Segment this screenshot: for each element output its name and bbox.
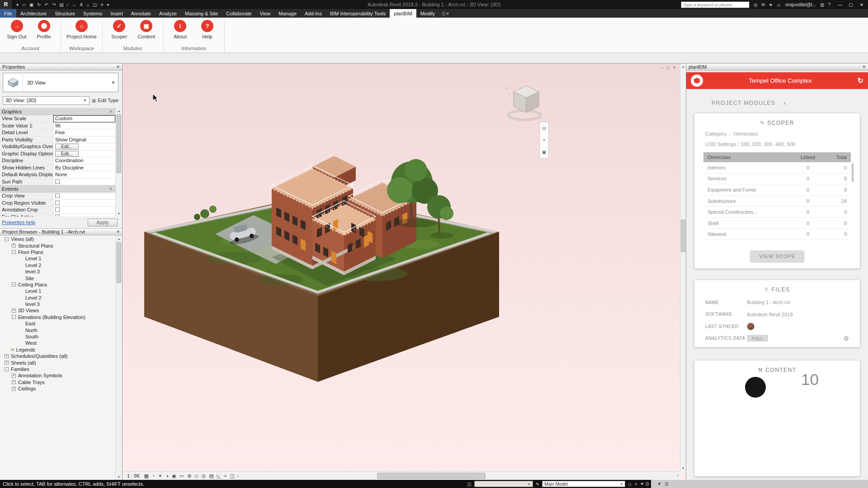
minimize-button[interactable]: — [835, 2, 845, 7]
editable-only-icon[interactable]: ✎ [535, 482, 540, 487]
table-scrollbar-thumb[interactable] [852, 163, 854, 182]
shadows-icon[interactable]: ◑ [165, 473, 169, 479]
tab-view[interactable]: View [256, 9, 275, 18]
tab-annotate[interactable]: Annotate [127, 9, 155, 18]
selection-filter-icon[interactable]: ▼ [657, 482, 661, 486]
active-workset-select[interactable]: ▼ [474, 481, 533, 487]
help-menu-icon[interactable]: ? [828, 2, 830, 7]
tree-item-site[interactable]: Site [0, 275, 115, 281]
tree-item-level-1[interactable]: Level 1 [0, 288, 115, 294]
collapse-section-icon[interactable]: ∧ [109, 187, 113, 191]
planbim-titlebar[interactable]: planBIM ✕ [686, 63, 868, 70]
tree-item-south[interactable]: South [0, 333, 115, 340]
sync-icon[interactable]: ↻ [37, 2, 41, 7]
close-button[interactable]: ✕ [856, 2, 867, 7]
navigation-bar[interactable]: ◎ + ▣ [539, 122, 549, 159]
property-value-graphic-display-options[interactable]: Edit... [53, 150, 115, 158]
drawing-area[interactable]: —▢✕ ⌂ ◎ + ▣ ▲ ▼ 1 : 96 ▦◔☀◑◉▭⊕◇◎▤◺≈◫ ‹ › [123, 63, 686, 480]
scroll-up-icon[interactable]: ▲ [680, 64, 686, 70]
property-value-discipline[interactable]: Coordination [53, 157, 115, 164]
tree-item-floor-plans[interactable]: −Floor Plans [0, 249, 115, 255]
about-button[interactable]: iAbout [167, 19, 193, 45]
checkbox[interactable] [55, 193, 60, 198]
show-crop-region-icon[interactable]: ⊕ [187, 473, 191, 479]
scrollbar-thumb[interactable] [117, 242, 121, 283]
tab-systems[interactable]: Systems [79, 9, 106, 18]
close-icon[interactable]: ✕ [862, 65, 866, 69]
default-3d-view-icon[interactable]: ⌂ [86, 2, 89, 7]
property-value-scale-value-1[interactable]: 96 [53, 122, 115, 130]
press-drag-icon[interactable]: + [634, 482, 638, 487]
user-icon[interactable]: ☺ [776, 2, 781, 7]
checkbox[interactable] [55, 179, 60, 184]
property-section-graphics[interactable]: Graphics∧ [0, 108, 115, 115]
collapse-section-icon[interactable]: ∧ [109, 109, 113, 113]
rendering-icon[interactable]: ◉ [172, 473, 176, 479]
reveal-hidden-icon[interactable]: ◎ [202, 473, 206, 479]
tree-item-ceiling-plans[interactable]: −Ceiling Plans [0, 282, 115, 288]
tab-file[interactable]: File [0, 9, 16, 18]
property-value-far-clip-active[interactable] [53, 214, 115, 217]
scoper-row-shell[interactable]: Shell00 [703, 218, 851, 229]
refresh-icon[interactable]: ↻ [858, 76, 863, 85]
search-icon[interactable]: ◎ [754, 2, 758, 7]
tree-item-views-all[interactable]: −Views (all) [0, 236, 115, 242]
scoper-row-equipment-and-furnis[interactable]: Equipment and Furnis00 [703, 184, 851, 196]
tree-item-cable-trays[interactable]: +Cable Trays [0, 379, 115, 385]
tree-item-elevations-building-elevation[interactable]: −Elevations (Building Elevation) [0, 314, 115, 320]
collapse-icon[interactable]: − [12, 250, 16, 254]
collapse-icon[interactable]: − [12, 282, 16, 286]
viewport-vertical-scrollbar[interactable]: ▲ ▼ [680, 64, 686, 471]
infocenter-search-input[interactable]: Type a keyword or phrase [681, 1, 750, 8]
tree-item-level-1[interactable]: Level 1 [0, 255, 115, 262]
scroll-right-icon[interactable]: › [677, 472, 679, 478]
tree-item-west[interactable]: West [0, 340, 115, 346]
browser-scrollbar[interactable]: ▲ ▼ [115, 236, 122, 480]
tree-item-level-3[interactable]: level 3 [0, 301, 115, 307]
temporary-view-properties-icon[interactable]: ▤ [209, 473, 213, 479]
expand-icon[interactable]: + [12, 244, 16, 248]
tab-bim-interoperability-tools[interactable]: BIM Interoperability Tools [326, 9, 390, 18]
view-minimize-icon[interactable]: — [660, 66, 664, 70]
content-button[interactable]: ▣Content [133, 19, 160, 45]
tree-item-structural-plans[interactable]: +Structural Plans [0, 242, 115, 249]
apply-button[interactable]: Apply [88, 219, 118, 226]
property-value-visibility-graphics-overri[interactable]: Edit... [53, 143, 115, 150]
signed-in-user[interactable]: virajvoditel@t... [785, 2, 816, 7]
full-navigation-wheel-icon[interactable]: ◎ [542, 126, 546, 131]
scoper-row-special-construction[interactable]: Special Construction...00 [703, 206, 851, 218]
open-icon[interactable]: ▱ [22, 2, 26, 7]
scoper-row-substructure[interactable]: Substructure024 [703, 196, 851, 207]
tab-massing-site[interactable]: Massing & Site [181, 9, 222, 18]
scoper-button[interactable]: ✓Scoper [106, 19, 132, 45]
tree-item-ceilings[interactable]: +Ceilings [0, 385, 115, 392]
scroll-down-icon[interactable]: ▼ [680, 465, 686, 471]
sign-out-button[interactable]: →Sign Out [4, 19, 30, 45]
maximize-button[interactable]: ▢ [845, 2, 856, 7]
edit-type-button[interactable]: ▦ Edit Type [92, 98, 118, 103]
scoper-row-interiors[interactable]: Interiors00 [703, 162, 851, 174]
tab-insert[interactable]: Insert [106, 9, 127, 18]
ribbon-display-toggle-icon[interactable]: ◫ ▾ [442, 9, 449, 18]
property-value-detail-level[interactable]: Fine [53, 129, 115, 136]
expand-icon[interactable]: + [12, 387, 16, 391]
checkbox[interactable] [55, 201, 60, 205]
view-instance-select[interactable]: 3D View: {3D} ▼ [3, 96, 90, 105]
temporary-hide-icon[interactable]: ◇ [194, 473, 198, 479]
tab-modify[interactable]: Modify [416, 9, 439, 18]
property-value-crop-view[interactable] [53, 192, 115, 200]
exclude-options-icon[interactable]: ◇ [627, 482, 632, 487]
gear-icon[interactable]: ⚙ [843, 335, 849, 342]
worksharing-display-icon[interactable]: ◫ [230, 473, 234, 479]
measure-icon[interactable]: ∕ [67, 2, 68, 7]
undo-icon[interactable]: ↶ [45, 2, 48, 7]
communication-center-icon[interactable]: ✉ [761, 2, 765, 7]
scoper-row-services[interactable]: Services00 [703, 174, 851, 185]
app-store-icon[interactable]: ▥ [820, 2, 824, 7]
tree-item-3d-views[interactable]: +3D Views [0, 307, 115, 314]
collapse-icon[interactable]: − [5, 237, 9, 241]
view-scale-button[interactable]: 1 : 96 [125, 473, 142, 479]
properties-scrollbar[interactable]: ▲ ▼ [115, 108, 122, 216]
section-icon[interactable]: ◫ [93, 2, 97, 7]
tree-item-east[interactable]: East [0, 320, 115, 327]
